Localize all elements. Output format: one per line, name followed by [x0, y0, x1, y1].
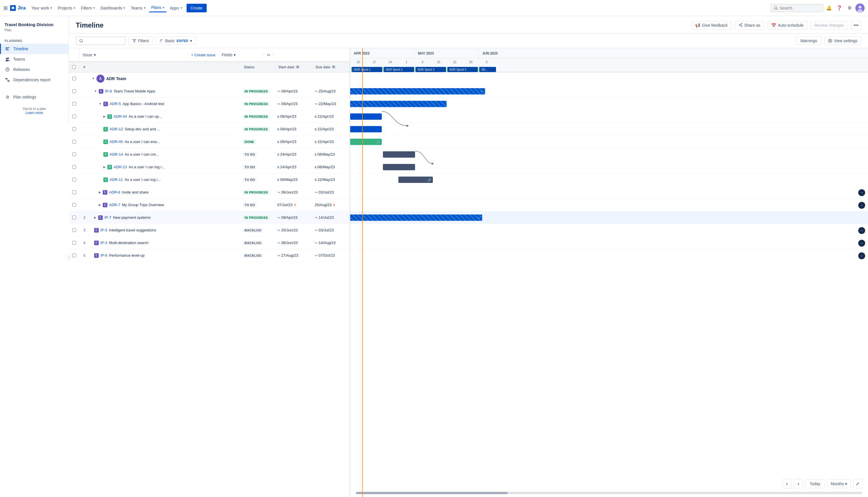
- expand-icon[interactable]: ▼: [94, 89, 97, 93]
- resize-handle[interactable]: ⇔: [264, 53, 273, 57]
- svg-point-4: [857, 9, 863, 13]
- row-checkbox[interactable]: [72, 178, 76, 182]
- create-issue-button[interactable]: + Create issue: [188, 52, 218, 58]
- issue-key[interactable]: IP-6: [100, 253, 107, 257]
- select-all-checkbox[interactable]: [72, 65, 76, 69]
- chart-prev-button[interactable]: ‹: [782, 479, 792, 488]
- gantt-row-adr45: 🔗: [350, 136, 868, 148]
- nav-apps[interactable]: Apps▾: [168, 4, 184, 12]
- view-settings-button[interactable]: View settings: [824, 37, 861, 45]
- nav-dashboards[interactable]: Dashboards▾: [98, 4, 128, 12]
- chart-next-button[interactable]: ›: [794, 479, 803, 488]
- expand-icon[interactable]: ▶: [99, 203, 101, 207]
- chart-scrollbar[interactable]: [356, 492, 862, 494]
- share-as-button[interactable]: Share as: [735, 21, 764, 30]
- expand-icon[interactable]: ▼: [92, 77, 95, 80]
- issue-key[interactable]: IP-7: [104, 215, 111, 219]
- issue-key[interactable]: ADR-5: [110, 102, 121, 106]
- row-checkbox[interactable]: [72, 102, 76, 106]
- expand-icon[interactable]: ▼: [99, 102, 102, 105]
- auto-schedule-button[interactable]: 📅 Auto-schedule: [768, 21, 807, 30]
- svg-point-3: [858, 6, 862, 9]
- row-checkbox[interactable]: [72, 89, 76, 93]
- issue-key[interactable]: IP-8: [105, 89, 112, 93]
- row-checkbox[interactable]: [72, 254, 76, 257]
- gantt-bar[interactable]: 🔗: [399, 176, 433, 183]
- nav-plans[interactable]: Plans▾: [149, 3, 167, 12]
- nav-projects[interactable]: Projects▾: [55, 4, 77, 12]
- issue-key[interactable]: ADR-6: [109, 190, 120, 194]
- nav-right-button[interactable]: →: [858, 240, 865, 247]
- row-checkbox[interactable]: [72, 203, 76, 207]
- scrollbar-thumb[interactable]: [356, 492, 508, 494]
- create-button[interactable]: Create: [187, 4, 207, 12]
- settings-button[interactable]: ⚙: [845, 3, 854, 13]
- issue-key[interactable]: ADR-12: [110, 127, 123, 131]
- review-changes-button[interactable]: Review changes: [811, 21, 848, 30]
- issue-key[interactable]: ADR-14: [110, 152, 123, 156]
- expand-chart-button[interactable]: ⤢: [853, 479, 862, 488]
- sidebar-item-deps[interactable]: Dependencies report: [0, 75, 69, 85]
- months-button[interactable]: Months ▾: [827, 480, 851, 488]
- gantt-bar[interactable]: 🔗: [350, 139, 382, 145]
- issue-key[interactable]: IP-3: [100, 241, 107, 245]
- gantt-bar[interactable]: [383, 151, 415, 158]
- toolbar-search-box[interactable]: [76, 37, 126, 45]
- row-checkbox[interactable]: [72, 153, 76, 156]
- gantt-bar[interactable]: →: [350, 88, 485, 95]
- issue-key[interactable]: ADR-44: [114, 114, 127, 118]
- warnings-button[interactable]: Warnings: [796, 37, 822, 45]
- row-checkbox[interactable]: [72, 115, 76, 118]
- nav-right-button[interactable]: →: [858, 227, 865, 234]
- issue-key[interactable]: ADR-11: [110, 178, 123, 182]
- sidebar-item-timeline[interactable]: Timeline: [0, 44, 69, 54]
- filters-button[interactable]: Filters: [129, 37, 153, 45]
- row-checkbox[interactable]: [72, 127, 76, 131]
- nav-right-button[interactable]: →: [858, 252, 865, 259]
- row-checkbox[interactable]: [72, 190, 76, 194]
- nav-logo[interactable]: Jira: [10, 5, 26, 11]
- help-button[interactable]: ❓: [835, 3, 844, 13]
- grid-icon[interactable]: ⊞: [3, 5, 8, 11]
- row-checkbox[interactable]: [72, 216, 76, 219]
- expand-icon[interactable]: ▶: [103, 165, 106, 169]
- toolbar-search-input[interactable]: [85, 39, 122, 43]
- nav-right-button[interactable]: →: [858, 189, 865, 196]
- more-options-button[interactable]: •••: [851, 21, 861, 30]
- search-input[interactable]: [780, 6, 820, 10]
- autoschedule-icon: 📅: [771, 23, 776, 28]
- gantt-bar[interactable]: [350, 113, 382, 120]
- row-checkbox[interactable]: [72, 77, 76, 81]
- notifications-button[interactable]: 🔔: [824, 3, 834, 13]
- row-checkbox[interactable]: [72, 228, 76, 232]
- issue-key[interactable]: ADR-7: [109, 203, 120, 207]
- nav-your-work[interactable]: Your work▾: [29, 4, 54, 12]
- nav-filters[interactable]: Filters▾: [79, 4, 97, 12]
- expand-icon[interactable]: ▶: [99, 191, 101, 194]
- sidebar-item-teams[interactable]: Teams: [0, 54, 69, 64]
- gantt-bar[interactable]: [350, 101, 447, 107]
- gantt-bar[interactable]: [383, 164, 415, 170]
- nav-right-button[interactable]: →: [858, 202, 865, 209]
- collapse-sidebar-button[interactable]: ‹: [66, 253, 72, 260]
- row-checkbox[interactable]: [72, 241, 76, 245]
- issue-key[interactable]: ADR-13: [114, 165, 127, 169]
- avatar[interactable]: [855, 3, 865, 13]
- gantt-bar[interactable]: [350, 126, 382, 132]
- issue-key[interactable]: ADR-45: [110, 140, 123, 144]
- nav-search-box[interactable]: [770, 4, 823, 12]
- give-feedback-button[interactable]: 📢 Give feedback: [692, 21, 732, 30]
- fields-column-header[interactable]: Fields ▾: [218, 53, 264, 57]
- expand-icon[interactable]: ▶: [103, 115, 106, 118]
- learn-more-link[interactable]: Learn more: [26, 111, 43, 115]
- expand-icon[interactable]: ▶: [94, 216, 97, 219]
- nav-teams[interactable]: Teams▾: [128, 4, 147, 12]
- sidebar-item-plan-settings[interactable]: ⚙ Plan settings: [0, 92, 69, 102]
- sidebar-item-releases[interactable]: Releases: [0, 64, 69, 75]
- today-button[interactable]: Today: [806, 480, 825, 488]
- row-checkbox[interactable]: [72, 140, 76, 144]
- row-checkbox[interactable]: [72, 165, 76, 169]
- gantt-bar[interactable]: →: [350, 214, 482, 221]
- issue-key[interactable]: IP-5: [100, 228, 107, 232]
- basic-filter-button[interactable]: Basic EDITED ▾: [156, 37, 196, 45]
